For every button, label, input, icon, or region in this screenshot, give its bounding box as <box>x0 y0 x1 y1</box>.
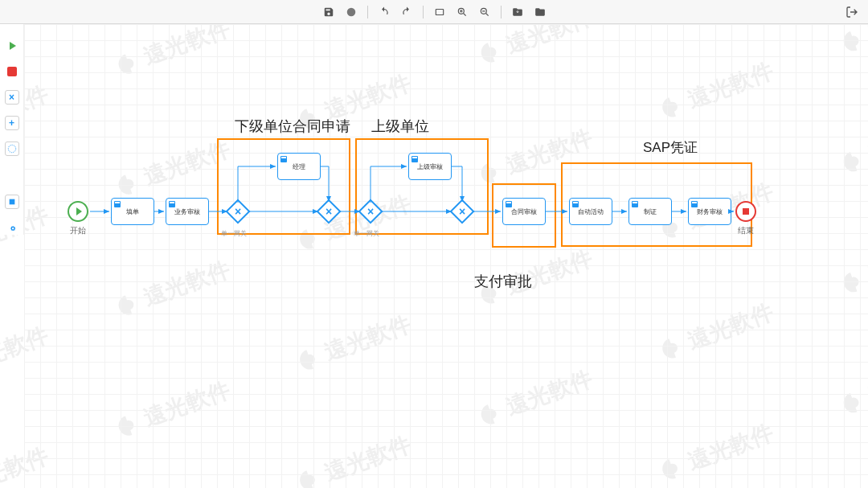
task-voucher[interactable]: 制证 <box>628 198 672 225</box>
toolbar-divider <box>423 6 424 18</box>
task-contract-review[interactable]: 合同审核 <box>502 198 546 225</box>
svg-rect-65 <box>436 9 443 14</box>
task-label: 财务审核 <box>697 207 723 216</box>
fit-icon[interactable] <box>433 6 446 18</box>
zoom-in-icon[interactable] <box>456 6 469 18</box>
task-auto-activity[interactable]: 自动活动 <box>569 198 612 225</box>
palette-run-icon[interactable] <box>5 39 19 53</box>
task-superior-review[interactable]: 上级审核 <box>408 153 452 180</box>
undo-icon[interactable] <box>378 6 391 18</box>
task-label: 经理 <box>293 162 305 171</box>
top-toolbar <box>0 0 868 24</box>
import-icon[interactable] <box>511 6 524 18</box>
task-label: 业务审核 <box>174 207 200 216</box>
start-event[interactable] <box>68 201 88 222</box>
gateway-3-label: 单一网关 <box>354 229 379 238</box>
group-label-upper: 上级单位 <box>371 117 429 136</box>
end-event[interactable] <box>735 201 756 222</box>
redo-icon[interactable] <box>400 6 413 18</box>
group-label-sap: SAP凭证 <box>643 138 698 157</box>
exit-icon[interactable] <box>845 6 858 18</box>
task-label: 填单 <box>126 207 139 216</box>
export-icon[interactable] <box>534 6 547 18</box>
svg-rect-69 <box>9 199 14 205</box>
task-label: 制证 <box>644 207 657 216</box>
start-event-label: 开始 <box>54 225 102 236</box>
gateway-1-label: 单一网关 <box>221 229 247 238</box>
svg-point-64 <box>346 7 355 16</box>
palette-delete-icon[interactable]: × <box>5 90 19 105</box>
sequence-flows <box>24 24 868 488</box>
task-label: 合同审核 <box>511 207 537 216</box>
save-icon[interactable] <box>322 6 335 18</box>
svg-point-68 <box>8 145 15 152</box>
task-label: 上级审核 <box>417 162 443 171</box>
palette-add-icon[interactable]: + <box>5 116 19 130</box>
task-manager[interactable]: 经理 <box>277 153 321 180</box>
toolbar-divider <box>367 6 368 18</box>
palette-more-icon[interactable] <box>5 141 19 156</box>
task-finance-review[interactable]: 财务审核 <box>688 198 731 225</box>
palette-properties-icon[interactable] <box>5 195 19 209</box>
palette-settings-icon[interactable] <box>5 220 19 235</box>
zoom-out-icon[interactable] <box>478 6 491 18</box>
task-fill-form[interactable]: 填单 <box>111 198 154 225</box>
toolbar-divider <box>501 6 502 18</box>
group-label-pay: 支付审批 <box>474 272 532 291</box>
color-icon[interactable] <box>345 6 358 18</box>
tool-palette: × + <box>0 24 24 235</box>
task-label: 自动活动 <box>578 207 604 216</box>
group-label-lower: 下级单位合同申请 <box>235 117 350 136</box>
bpmn-diagram: 下级单位合同申请 上级单位 支付审批 SAP凭证 开始 填单 业务审核 × 单一… <box>24 24 868 488</box>
palette-stop-icon[interactable] <box>5 64 19 79</box>
end-event-label: 结束 <box>722 225 770 236</box>
task-biz-review[interactable]: 业务审核 <box>166 198 209 225</box>
